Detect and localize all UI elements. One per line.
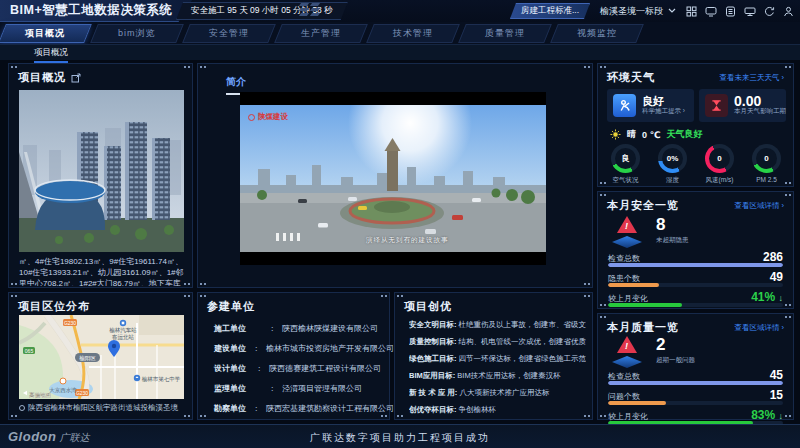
quality-headline-label: 超期一般问题: [656, 356, 695, 365]
user-icon[interactable]: [783, 6, 794, 17]
quality-headline-value: 2: [656, 336, 695, 354]
monitor-icon[interactable]: [705, 6, 717, 17]
svg-text:榆林市第七中学: 榆林市第七中学: [142, 376, 181, 382]
panel-title: 本月安全一览: [607, 198, 679, 213]
screen-icon[interactable]: [744, 6, 756, 17]
safety-headline: ! 8 未超期隐患: [610, 216, 689, 248]
nav-tabs: 项目概况 bim浏览 安全管理 生产管理 技术管理 质量管理 视频监控: [0, 22, 800, 44]
video-frame: [240, 105, 546, 252]
excellence-list: 安全文明目标: 杜绝重伤及以上事故，创建市、省级文明工地 质量控制目标: 结构、…: [409, 316, 586, 418]
list-item: 勘察单位：陕西宏基建筑勘察设计工程有限公司: [214, 398, 381, 418]
svg-text:大京西水湾: 大京西水湾: [49, 387, 77, 394]
stat-row: 较上月变化83% ↓: [608, 408, 783, 425]
construction-tip-card[interactable]: 良好 科学施工提示 ›: [607, 89, 694, 122]
participants-list: 施工单位：陕西榆林陕煤建设有限公司 建设单位：榆林市城市投资房地产开发有限公司 …: [214, 318, 381, 418]
safety-timer: 安全施工 95 天 09 小时 05 分钟 58 秒: [176, 2, 348, 20]
gauge-air: 良 空气状况: [602, 144, 649, 185]
panel-title: 参建单位: [207, 299, 255, 314]
warning-icon: !: [610, 336, 644, 368]
company-logo-icon: [248, 114, 255, 121]
svg-text:G230: G230: [76, 390, 88, 396]
weather-cards: 良好 科学施工提示 › 0.00 本月天气影响工期: [607, 89, 786, 122]
video-caption: 演绎从无到有的建设故事: [366, 236, 449, 245]
svg-text:高德地图: 高德地图: [29, 392, 51, 399]
project-description: ㎡、4#住宅19802.13㎡、9#住宅19611.74㎡、10#住宅13933…: [19, 256, 184, 286]
list-item: 创优夺杯目标: 争创榆林杯: [409, 401, 586, 418]
warning-icon: !: [610, 216, 644, 248]
list-item: 监理单位：泾渭项目管理有限公司: [214, 378, 381, 398]
expand-icon[interactable]: [71, 73, 81, 83]
panel-project-overview: 项目概况: [8, 63, 193, 288]
weather-condition: 晴: [627, 128, 636, 141]
panel-safety-overview: 本月安全一览 查看区域详情 › ! 8 未超期隐患 检查总数286 隐患个数49…: [597, 191, 794, 309]
panel-title: 本月质量一览: [607, 320, 679, 335]
decoration-slashes: [300, 3, 319, 16]
weather-temp: 0 ℃: [642, 130, 660, 140]
tab-production-mgmt[interactable]: 生产管理: [274, 24, 368, 43]
svg-text:客运北站: 客运北站: [112, 334, 135, 341]
panel-quality-overview: 本月质量一览 查看区域详情 › ! 2 超期一般问题 检查总数45 问题个数15…: [597, 313, 794, 420]
map[interactable]: G230 G230 065 榆林汽车站 客运北站 榆阳区 榆林市第七中学 大京西…: [19, 315, 184, 399]
current-weather: 晴 0 ℃ 天气良好: [610, 128, 702, 141]
project-address: 陕西省榆林市榆阳区航宇路街道城投榆溪圣境: [19, 403, 191, 413]
list-item: 施工单位：陕西榆林陕煤建设有限公司: [214, 318, 381, 338]
location-icon: [19, 405, 25, 411]
grid-icon[interactable]: [686, 6, 697, 17]
tab-video-monitor[interactable]: 视频监控: [550, 24, 644, 43]
stat-row: 检查总数45: [608, 368, 783, 385]
list-item: 新 技 术 应 用: 八大项新技术推广应用达标: [409, 384, 586, 401]
tab-bim-view[interactable]: bim浏览: [90, 24, 184, 43]
panel-excellence: 项目创优 安全文明目标: 杜绝重伤及以上事故，创建市、省级文明工地 质量控制目标…: [394, 292, 593, 420]
intro-video-player[interactable]: 陕煤建设 演绎从无到有的建设故事: [240, 92, 546, 265]
safety-headline-value: 8: [656, 216, 689, 234]
stat-row: 隐患个数49: [608, 270, 783, 287]
panel-title: 项目创优: [404, 299, 452, 314]
footer-bar: Glodon 广联达 广联达数字项目助力工程项目成功: [0, 424, 800, 448]
panel-title: 项目区位分布: [18, 299, 90, 314]
breadcrumb[interactable]: 项目概况: [34, 47, 68, 63]
tab-project-overview[interactable]: 项目概况: [0, 24, 92, 43]
section-selector[interactable]: 榆溪圣境一标段: [600, 5, 676, 18]
quality-stats: 检查总数45 问题个数15 较上月变化83% ↓: [608, 368, 783, 428]
top-bar: BIM+智慧工地数据决策系统 安全施工 95 天 09 小时 05 分钟 58 …: [0, 0, 800, 22]
tab-quality-mgmt[interactable]: 质量管理: [458, 24, 552, 43]
tab-tech-mgmt[interactable]: 技术管理: [366, 24, 460, 43]
svg-text:065: 065: [25, 348, 34, 354]
svg-text:G230: G230: [64, 320, 76, 326]
top-right-controls: 房建工程标准... 榆溪圣境一标段: [510, 0, 794, 22]
sun-icon: [610, 129, 621, 140]
quality-headline: ! 2 超期一般问题: [610, 336, 695, 368]
quality-detail-link[interactable]: 查看区域详情 ›: [734, 323, 784, 333]
app-title-plate: BIM+智慧工地数据决策系统: [0, 0, 192, 22]
panel-weather: 环境天气 查看未来三天天气 › 良好 科学施工提示 › 0.00 本月天气影响工…: [597, 63, 794, 187]
breadcrumb-row: 项目概况: [0, 44, 800, 60]
document-list-icon[interactable]: [725, 6, 736, 17]
footer-slogan: 广联达数字项目助力工程项目成功: [0, 431, 800, 445]
list-item: 建设单位：榆林市城市投资房地产开发有限公司: [214, 338, 381, 358]
panel-location-map: 项目区位分布 G230 G230 065: [8, 292, 193, 420]
project-render-image: [19, 90, 184, 252]
gauge-pm25: 0 PM 2.5: [743, 144, 790, 185]
chevron-down-icon: [668, 8, 676, 14]
stat-row: 较上月变化41% ↓: [608, 290, 783, 307]
panel-participants: 参建单位 施工单位：陕西榆林陕煤建设有限公司 建设单位：榆林市城市投资房地产开发…: [197, 292, 390, 420]
dashboard: BIM+智慧工地数据决策系统 安全施工 95 天 09 小时 05 分钟 58 …: [0, 0, 800, 448]
safety-detail-link[interactable]: 查看区域详情 ›: [734, 201, 784, 211]
weather-forecast-link[interactable]: 查看未来三天天气 ›: [719, 73, 784, 83]
hourglass-icon: [705, 94, 728, 117]
stat-row: 问题个数15: [608, 388, 783, 405]
list-item: 安全文明目标: 杜绝重伤及以上事故，创建市、省级文明工地: [409, 316, 586, 333]
app-title: BIM+智慧工地数据决策系统: [10, 2, 172, 19]
video-watermark: 陕煤建设: [248, 112, 288, 122]
safety-stats: 检查总数286 隐患个数49 较上月变化41% ↓: [608, 250, 783, 310]
weather-gauges: 良 空气状况 0% 湿度 0 风速(m/s) 0 PM 2.5: [602, 144, 791, 185]
list-item: BIM应用目标: BIM技术应用达标，创建秦汉杯: [409, 367, 586, 384]
panel-title: 环境天气: [607, 70, 655, 85]
panel-title: 项目概况: [18, 70, 66, 85]
worker-icon: [613, 94, 636, 117]
gauge-wind: 0 风速(m/s): [696, 144, 743, 185]
refresh-icon[interactable]: [764, 6, 775, 17]
header-icon-group: [686, 6, 794, 17]
project-type-button[interactable]: 房建工程标准...: [510, 3, 590, 19]
tab-safety-mgmt[interactable]: 安全管理: [182, 24, 276, 43]
